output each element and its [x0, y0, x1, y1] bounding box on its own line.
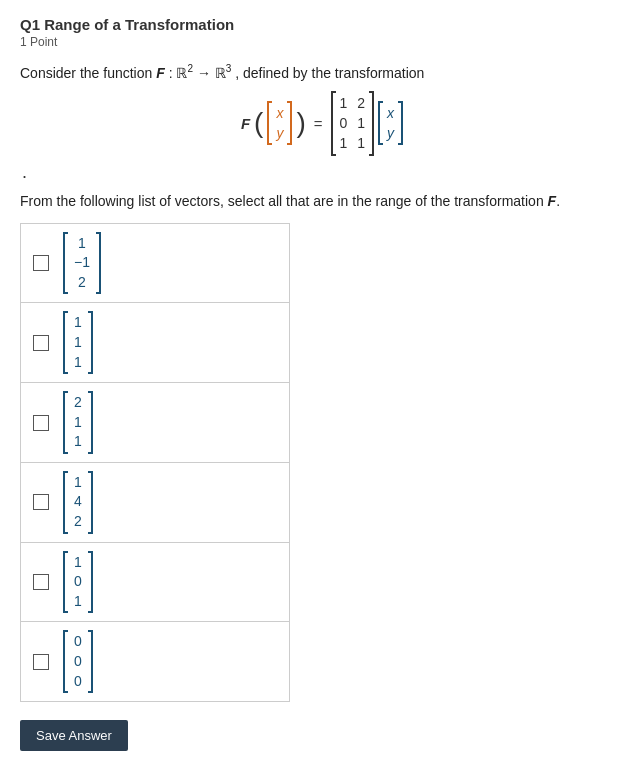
- v3-e2: 1: [74, 413, 82, 433]
- instruction-main: From the following list of vectors, sele…: [20, 193, 548, 209]
- vector-6: 0 0 0: [63, 630, 93, 693]
- v1-e2: −1: [74, 253, 90, 273]
- equals: =: [314, 115, 323, 132]
- question-title: Q1 Range of a Transformation: [20, 16, 624, 33]
- v5-e1: 1: [74, 553, 82, 573]
- option-item-1[interactable]: 1 −1 2: [20, 223, 290, 303]
- out-y: y: [387, 123, 394, 143]
- v2-e1: 1: [74, 313, 82, 333]
- vector-5: 1 0 1: [63, 551, 93, 614]
- dot-separator: .: [22, 162, 624, 183]
- v2-e3: 1: [74, 353, 82, 373]
- instruction-period: .: [556, 193, 560, 209]
- m21: 1: [357, 133, 365, 153]
- checkbox-5[interactable]: [33, 574, 49, 590]
- math-display: F ( x y ) = 1 2: [20, 91, 624, 156]
- m10: 0: [340, 113, 348, 133]
- checkbox-6[interactable]: [33, 654, 49, 670]
- intro-text-consider: Consider the function: [20, 65, 156, 81]
- intro-colon: : ℝ: [169, 65, 188, 81]
- question-points: 1 Point: [20, 35, 624, 49]
- v4-e1: 1: [74, 473, 82, 493]
- input-x: x: [276, 103, 283, 123]
- option-item-5[interactable]: 1 0 1: [20, 542, 290, 622]
- output-vector: x y: [378, 101, 403, 146]
- instruction-F: F: [548, 193, 557, 209]
- vector-3: 2 1 1: [63, 391, 93, 454]
- intro-sup2: 2: [187, 63, 193, 74]
- question-intro: Consider the function F : ℝ2 → ℝ3 , defi…: [20, 63, 624, 81]
- checkbox-2[interactable]: [33, 335, 49, 351]
- v4-e3: 2: [74, 512, 82, 532]
- options-list: 1 −1 2 1 1 1: [20, 223, 290, 703]
- option-item-6[interactable]: 0 0 0: [20, 621, 290, 702]
- checkbox-4[interactable]: [33, 494, 49, 510]
- f-label: F: [241, 115, 250, 132]
- v1-e1: 1: [78, 234, 86, 254]
- v3-e3: 1: [74, 432, 82, 452]
- question-container: Q1 Range of a Transformation 1 Point Con…: [20, 16, 624, 751]
- vector-2: 1 1 1: [63, 311, 93, 374]
- m00: 1: [340, 93, 348, 113]
- intro-F: F: [156, 65, 165, 81]
- option-item-2[interactable]: 1 1 1: [20, 302, 290, 382]
- save-answer-button[interactable]: Save Answer: [20, 720, 128, 751]
- close-paren: ): [296, 109, 305, 137]
- intro-sup3: 3: [226, 63, 232, 74]
- m11: 1: [357, 113, 365, 133]
- v5-e3: 1: [74, 592, 82, 612]
- vector-4: 1 4 2: [63, 471, 93, 534]
- v4-e2: 4: [74, 492, 82, 512]
- v5-e2: 0: [74, 572, 82, 592]
- input-y: y: [276, 123, 283, 143]
- option-item-3[interactable]: 2 1 1: [20, 382, 290, 462]
- m01: 2: [357, 93, 365, 113]
- v6-e2: 0: [74, 652, 82, 672]
- checkbox-1[interactable]: [33, 255, 49, 271]
- intro-comma: , defined by the transformation: [235, 65, 424, 81]
- v6-e3: 0: [74, 672, 82, 692]
- open-paren: (: [254, 109, 263, 137]
- m20: 1: [340, 133, 348, 153]
- v2-e2: 1: [74, 333, 82, 353]
- intro-arrow: → ℝ: [197, 65, 226, 81]
- checkbox-3[interactable]: [33, 415, 49, 431]
- v6-e1: 0: [74, 632, 82, 652]
- vector-1: 1 −1 2: [63, 232, 101, 295]
- v3-e1: 2: [74, 393, 82, 413]
- out-x: x: [387, 103, 394, 123]
- input-vector: x y: [267, 101, 292, 146]
- option-item-4[interactable]: 1 4 2: [20, 462, 290, 542]
- v1-e3: 2: [78, 273, 86, 293]
- matrix-A: 1 2 0 1 1 1: [331, 91, 375, 156]
- instruction-text: From the following list of vectors, sele…: [20, 193, 624, 209]
